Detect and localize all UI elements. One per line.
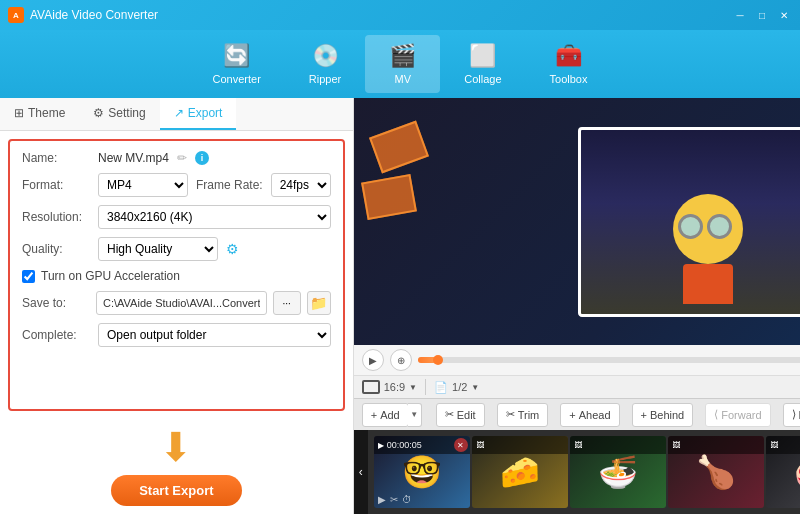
stamp-decoration-1 (369, 121, 429, 174)
tab-theme[interactable]: ⊞ Theme (0, 98, 79, 130)
thumb-icon-5: 🖼 (770, 441, 778, 450)
edit-button[interactable]: ✂ Edit (436, 403, 485, 427)
thumbnail-item-4[interactable]: 🖼 🍗 (668, 436, 764, 508)
quality-label: Quality: (22, 242, 90, 256)
theme-grid-icon: ⊞ (14, 106, 24, 120)
nav-toolbox[interactable]: 🧰 Toolbox (526, 35, 612, 93)
nav-collage[interactable]: ⬜ Collage (440, 35, 525, 93)
nav-ripper-label: Ripper (309, 73, 341, 85)
edit-icon[interactable]: ✏ (177, 151, 187, 165)
open-folder-button[interactable]: 📁 (307, 291, 331, 315)
forward-button[interactable]: ⟨ Forward (705, 403, 770, 427)
tab-export[interactable]: ↗ Export (160, 98, 237, 130)
aspect-ratio-selector[interactable]: 16:9 ▼ (362, 380, 417, 394)
thumb-emoji-3: 🍜 (598, 453, 638, 491)
add-dropdown[interactable]: ▼ (408, 403, 422, 427)
thumb-overlay-5: 🖼 (766, 436, 800, 454)
add-label: Add (380, 409, 400, 421)
progress-thumb (433, 355, 443, 365)
start-export-button[interactable]: Start Export (111, 475, 241, 506)
framerate-select[interactable]: 24fps (271, 173, 331, 197)
player-controls: ▶ ⊕ 00:00:00.00/00:00:40.00 🔊 Start Expo… (354, 345, 800, 375)
minimize-button[interactable]: ─ (732, 7, 748, 23)
tab-bar: ⊞ Theme ⚙ Setting ↗ Export (0, 98, 353, 131)
thumbnail-item-3[interactable]: 🖼 🍜 (570, 436, 666, 508)
backward-icon: ⟩ (792, 408, 796, 421)
progress-bar[interactable] (418, 357, 800, 363)
strip-nav-left[interactable]: ‹ (354, 430, 368, 514)
behind-button[interactable]: + Behind (632, 403, 694, 427)
info-icon[interactable]: i (195, 151, 209, 165)
quality-settings-icon[interactable]: ⚙ (226, 241, 239, 257)
thumb-icon-4: 🖼 (672, 441, 680, 450)
thumb-controls-1: ▶ ✂ ⏱ (374, 490, 470, 508)
stop-button[interactable]: ⊕ (390, 349, 412, 371)
gpu-label[interactable]: Turn on GPU Acceleration (41, 269, 180, 283)
gpu-checkbox[interactable] (22, 270, 35, 283)
thumbnail-item-5[interactable]: 🖼 🥩 (766, 436, 800, 508)
thumb-icon-2: 🖼 (476, 441, 484, 450)
scissors-icon: ✂ (445, 408, 454, 421)
nav-toolbox-label: Toolbox (550, 73, 588, 85)
browse-button[interactable]: ··· (273, 291, 301, 315)
character-glasses (678, 214, 732, 239)
ratio-box-icon (362, 380, 380, 394)
complete-select[interactable]: Open output folder (98, 323, 331, 347)
thumb-icon-3: 🖼 (574, 441, 582, 450)
page-value: 1/2 (452, 381, 467, 393)
main-nav: 🔄 Converter 💿 Ripper 🎬 MV ⬜ Collage 🧰 To… (0, 30, 800, 98)
behind-icon: + (641, 409, 647, 421)
left-panel: ⊞ Theme ⚙ Setting ↗ Export Name: New MV.… (0, 98, 354, 514)
app-icon: A (8, 7, 24, 23)
gpu-row: Turn on GPU Acceleration (22, 269, 331, 283)
nav-ripper[interactable]: 💿 Ripper (285, 35, 365, 93)
ahead-label: Ahead (579, 409, 611, 421)
trim-button[interactable]: ✂ Trim (497, 403, 549, 427)
play-button[interactable]: ▶ (362, 349, 384, 371)
format-label: Format: (22, 178, 90, 192)
behind-label: Behind (650, 409, 684, 421)
saveto-row: Save to: ··· 📁 (22, 291, 331, 315)
video-frame (578, 127, 800, 317)
trim-icon: ✂ (506, 408, 515, 421)
content-area: ⊞ Theme ⚙ Setting ↗ Export Name: New MV.… (0, 98, 800, 514)
converter-icon: 🔄 (223, 43, 250, 69)
thumb-close-1[interactable]: ✕ (454, 438, 468, 452)
preview-background: + + (354, 98, 800, 345)
character-head (673, 194, 743, 264)
nav-mv[interactable]: 🎬 MV (365, 35, 440, 93)
thumbnail-item-1[interactable]: ▶ 00:00:05 🤓 ▶ ✂ ⏱ ✕ (374, 436, 470, 508)
resolution-select[interactable]: 3840x2160 (4K) (98, 205, 331, 229)
nav-mv-label: MV (394, 73, 411, 85)
forward-icon: ⟨ (714, 408, 718, 421)
app-title: AVAide Video Converter (30, 8, 732, 22)
character-body (683, 264, 733, 304)
tab-setting[interactable]: ⚙ Setting (79, 98, 159, 130)
maximize-button[interactable]: □ (754, 7, 770, 23)
ahead-button[interactable]: + Ahead (560, 403, 619, 427)
right-panel: + + (354, 98, 800, 514)
thumbnail-item-2[interactable]: 🖼 🧀 (472, 436, 568, 508)
save-path-input[interactable] (96, 291, 267, 315)
stamp-decoration-3 (361, 174, 417, 220)
thumb-play-icon-1[interactable]: ▶ (378, 494, 386, 505)
collage-icon: ⬜ (469, 43, 496, 69)
video-preview: + + (354, 98, 800, 345)
add-button[interactable]: + Add (362, 403, 409, 427)
thumb-clock-icon-1[interactable]: ⏱ (402, 494, 412, 505)
thumb-overlay-3: 🖼 (570, 436, 666, 454)
thumb-scissors-icon-1[interactable]: ✂ (390, 494, 398, 505)
page-selector[interactable]: 📄 1/2 ▼ (434, 381, 479, 394)
export-form: Name: New MV.mp4 ✏ i Format: MP4 Frame R… (8, 139, 345, 411)
tab-export-label: Export (188, 106, 223, 120)
format-select[interactable]: MP4 (98, 173, 188, 197)
backward-button[interactable]: ⟩ Backward (783, 403, 800, 427)
close-button[interactable]: ✕ (776, 7, 792, 23)
resolution-row: Resolution: 3840x2160 (4K) (22, 205, 331, 229)
nav-converter[interactable]: 🔄 Converter (189, 35, 285, 93)
quality-select[interactable]: High Quality (98, 237, 218, 261)
thumbnail-strip: ‹ ▶ 00:00:05 🤓 ▶ ✂ ⏱ ✕ (354, 430, 800, 514)
nav-collage-label: Collage (464, 73, 501, 85)
down-arrow-icon: ⬇ (159, 427, 193, 467)
saveto-label: Save to: (22, 296, 90, 310)
